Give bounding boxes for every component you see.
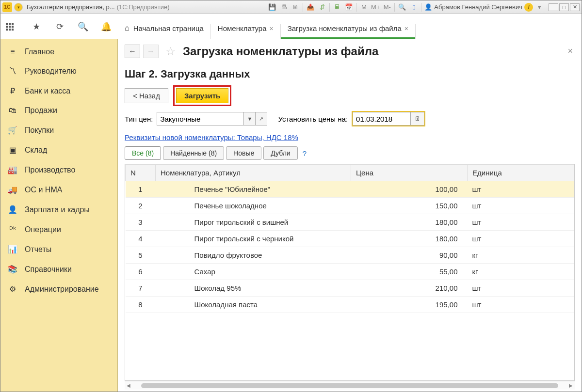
filter-tab[interactable]: Найденные (8) [163, 146, 224, 160]
titlebar-dropdown-icon[interactable]: ▾ [14, 3, 23, 12]
sidebar-item[interactable]: ▣Склад [0, 140, 117, 160]
maximize-button[interactable]: □ [559, 3, 569, 11]
filter-tab[interactable]: Дубли [263, 146, 297, 160]
search-icon[interactable]: 🔍 [76, 21, 90, 32]
tab-close-icon[interactable]: × [269, 25, 273, 32]
col-name[interactable]: Номенклатура, Артикул [156, 165, 351, 181]
memory-m-icon[interactable]: M [358, 2, 369, 13]
nav-label: Администрирование [25, 285, 99, 294]
cell-unit: шт [468, 231, 574, 247]
highlight-box: Загрузить [173, 85, 231, 106]
price-type-input[interactable] [157, 112, 244, 125]
scrollbar-thumb[interactable] [141, 383, 558, 388]
table-row[interactable]: 3Пирог тирольский с вишней180,00шт [126, 214, 574, 231]
scroll-right-icon[interactable]: ▶ [567, 383, 575, 388]
history-icon[interactable]: ⟳ [52, 21, 67, 32]
sidebar-item[interactable]: 📊Отчеты [0, 239, 117, 259]
sidebar-item[interactable]: 🚚ОС и НМА [0, 180, 117, 200]
nav-icon: 👤 [7, 205, 18, 214]
combo-open-icon[interactable]: ↗ [256, 112, 267, 125]
window-close-button[interactable]: ✕ [570, 3, 580, 11]
cell-price: 55,00 [351, 264, 468, 280]
nav-icon: ₽ [7, 86, 18, 95]
scroll-left-icon[interactable]: ◀ [125, 383, 132, 388]
back-button[interactable]: < Назад [125, 88, 168, 103]
cell-unit: шт [468, 198, 574, 214]
date-input-box[interactable]: 🗓 [352, 111, 425, 126]
table-row[interactable]: 1Печенье "Юбилейное"100,00шт [126, 181, 574, 198]
nav-back-button[interactable]: ← [125, 45, 140, 58]
memory-mplus-icon[interactable]: M+ [370, 2, 381, 13]
favorite-star-icon[interactable]: ☆ [165, 45, 176, 58]
cell-price: 90,00 [351, 247, 468, 264]
col-price[interactable]: Цена [351, 165, 468, 181]
table-row[interactable]: 2Печенье шоколадное150,00шт [126, 198, 574, 214]
help-icon[interactable]: ? [303, 149, 307, 157]
filter-tab[interactable]: Все (8) [125, 146, 161, 160]
calendar-picker-icon[interactable]: 🗓 [411, 112, 424, 125]
table-row[interactable]: 5Повидло фруктовое90,00кг [126, 247, 574, 264]
cell-price: 180,00 [351, 231, 468, 247]
col-unit[interactable]: Единица [468, 165, 574, 181]
print-preview-icon[interactable]: 🗎 [290, 2, 301, 13]
sidebar-item[interactable]: 🛒Покупки [0, 120, 117, 140]
table-row[interactable]: 8Шоколадная паста195,00шт [126, 297, 574, 313]
quick-access-icons: ★ ⟳ 🔍 🔔 [1, 14, 118, 39]
info-icon[interactable]: i [524, 3, 533, 12]
app-logo-icon: 1C [2, 2, 12, 12]
nav-forward-button[interactable]: → [143, 45, 159, 58]
load-button[interactable]: Загрузить [176, 88, 228, 103]
price-type-combo[interactable]: ▼ ↗ [157, 112, 267, 125]
tab-close-icon[interactable]: × [404, 25, 408, 32]
sidebar-item[interactable]: ᴰᵏОперации [0, 220, 117, 239]
panel-icon[interactable]: ▯ [408, 2, 419, 13]
sidebar-item[interactable]: 〽Руководителю [0, 62, 117, 81]
col-n[interactable]: N [126, 165, 156, 181]
calculator-icon[interactable]: 🖩 [332, 2, 342, 13]
calendar-icon[interactable]: 📅 [343, 2, 354, 13]
cell-name: Пирог тирольский с вишней [156, 214, 351, 231]
sidebar-item[interactable]: ₽Банк и касса [0, 81, 117, 101]
filter-tab[interactable]: Новые [226, 146, 261, 160]
cell-name: Шоколад 95% [156, 280, 351, 297]
horizontal-scrollbar[interactable]: ◀ ▶ [125, 381, 575, 390]
nav-icon: ▣ [7, 145, 18, 155]
tabs-row: ★ ⟳ 🔍 🔔 ⌂ Начальная страница Номенклатур… [0, 14, 582, 39]
app-title: Бухгалтерия предприятия, р... [27, 3, 115, 11]
compare-icon[interactable]: ⇵ [317, 2, 327, 13]
zoom-icon[interactable]: 🔍 [397, 2, 407, 13]
data-grid[interactable]: N Номенклатура, Артикул Цена Единица 1Пе… [125, 164, 575, 381]
table-row[interactable]: 6Сахар55,00кг [126, 264, 574, 280]
export-icon[interactable]: 📤 [305, 2, 316, 13]
table-row[interactable]: 4Пирог тирольский с черникой180,00шт [126, 231, 574, 247]
table-row[interactable]: 7Шоколад 95%210,00шт [126, 280, 574, 297]
nav-icon: 🚚 [7, 185, 18, 194]
set-prices-label: Установить цены на: [278, 115, 348, 123]
nav-label: Справочники [25, 265, 72, 274]
requisites-link[interactable]: Реквизиты новой номенклатуры: Товары, НД… [125, 133, 575, 141]
info-dropdown-icon[interactable]: ▾ [534, 2, 545, 13]
save-icon[interactable]: 💾 [267, 2, 277, 13]
apps-grid-icon[interactable] [6, 23, 20, 31]
sidebar-item[interactable]: ≡Главное [0, 42, 117, 62]
tab-import[interactable]: Загрузка номенклатуры из файла × [281, 19, 415, 39]
date-input[interactable] [353, 112, 411, 125]
notifications-icon[interactable]: 🔔 [99, 21, 113, 32]
minimize-button[interactable]: — [549, 3, 558, 11]
page-close-button[interactable]: × [566, 44, 575, 58]
tab-home[interactable]: ⌂ Начальная страница [118, 19, 210, 39]
user-box[interactable]: 👤 Абрамов Геннадий Сергеевич [423, 3, 523, 11]
favorites-icon[interactable]: ★ [29, 21, 44, 32]
step-title: Шаг 2. Загрузка данных [125, 68, 575, 80]
sidebar-item[interactable]: 🏭Производство [0, 160, 117, 180]
sidebar-item[interactable]: 📚Справочники [0, 259, 117, 279]
nav-icon: 〽 [7, 67, 18, 76]
sidebar-item[interactable]: ⚙Администрирование [0, 279, 117, 299]
sidebar-item[interactable]: 🛍Продажи [0, 101, 117, 120]
print-icon[interactable]: 🖶 [278, 2, 289, 13]
memory-mminus-icon[interactable]: M- [382, 2, 392, 13]
tab-nomenclature[interactable]: Номенклатура × [211, 19, 280, 39]
sidebar-item[interactable]: 👤Зарплата и кадры [0, 200, 117, 220]
combo-dropdown-icon[interactable]: ▼ [244, 112, 256, 125]
user-name: Абрамов Геннадий Сергеевич [434, 3, 522, 11]
